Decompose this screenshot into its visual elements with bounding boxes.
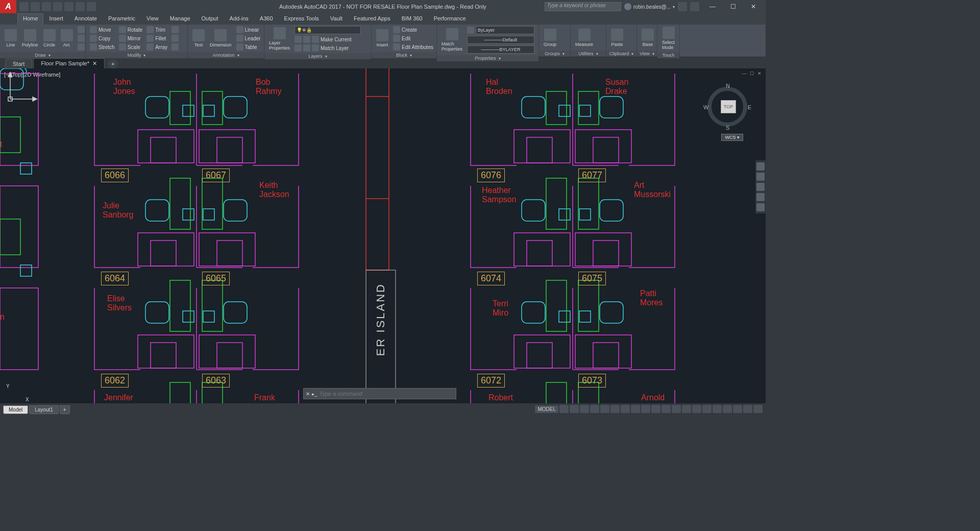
status-annoscale-icon[interactable]	[662, 405, 671, 413]
pan-icon[interactable]	[756, 173, 765, 181]
tab-a360[interactable]: A360	[254, 13, 279, 25]
status-polar-icon[interactable]	[590, 405, 599, 413]
command-line[interactable]: ✕ ▸_	[303, 388, 456, 399]
scale-button[interactable]: Scale	[118, 43, 143, 51]
status-transparency-icon[interactable]	[641, 405, 650, 413]
app-icon[interactable]: A	[0, 0, 16, 13]
tab-bim360[interactable]: BIM 360	[396, 13, 428, 25]
panel-block[interactable]: Block	[372, 52, 436, 58]
cmd-recent-icon[interactable]: ▸_	[312, 391, 317, 397]
layout-add[interactable]: +	[60, 405, 70, 414]
measure-button[interactable]: Measure	[574, 28, 595, 48]
tab-performance[interactable]: Performance	[428, 13, 472, 25]
panel-view[interactable]: View	[637, 51, 657, 57]
viewcube-south[interactable]: S	[726, 125, 729, 131]
help-search-input[interactable]: Type a keyword or phrase	[545, 2, 621, 11]
modify-extra3-icon[interactable]	[172, 43, 179, 51]
polyline-button[interactable]: Polyline	[20, 28, 40, 49]
status-grid-icon[interactable]	[559, 405, 569, 413]
cut-icon[interactable]	[627, 30, 634, 37]
panel-utilities[interactable]: Utilities	[571, 51, 606, 57]
user-account[interactable]: robin.beales@...▾	[624, 3, 675, 10]
util-icon1[interactable]	[597, 30, 604, 37]
drawing-canvas[interactable]: [−][Top][2D Wireframe] — ☐ ✕	[0, 68, 766, 403]
status-model[interactable]: MODEL	[535, 405, 558, 413]
wcs-label[interactable]: WCS ▾	[721, 134, 743, 141]
edit-block-button[interactable]: Edit	[392, 34, 434, 42]
qat-saveas-icon[interactable]	[53, 2, 62, 11]
fillet-button[interactable]: Fillet	[145, 34, 168, 42]
match-properties-button[interactable]: Match Properties	[440, 27, 464, 53]
cmd-close-icon[interactable]: ✕	[306, 391, 310, 397]
viewcube-north[interactable]: N	[726, 83, 730, 89]
make-current-button[interactable]: Make Current	[293, 35, 362, 43]
tab-manage[interactable]: Manage	[164, 13, 196, 25]
ungroup-icon[interactable]	[560, 27, 567, 34]
status-qprops-icon[interactable]	[702, 405, 712, 413]
panel-layers[interactable]: Layers	[264, 53, 371, 59]
qat-save-icon[interactable]	[42, 2, 51, 11]
status-snap-icon[interactable]	[570, 405, 579, 413]
panel-draw[interactable]: Draw	[0, 52, 85, 58]
group-button[interactable]: Group	[542, 28, 558, 48]
tab-insert[interactable]: Insert	[43, 13, 69, 25]
lineweight-dropdown[interactable]: ———— Default	[467, 36, 534, 44]
status-osnap-icon[interactable]	[600, 405, 609, 413]
tab-addins[interactable]: Add-ins	[224, 13, 254, 25]
util-icon2[interactable]	[597, 38, 604, 45]
panel-groups[interactable]: Groups	[539, 51, 570, 57]
qat-new-icon[interactable]	[19, 2, 29, 11]
move-button[interactable]: Move	[89, 26, 116, 34]
steering-wheel-icon[interactable]	[756, 162, 765, 171]
line-button[interactable]: Line	[3, 28, 18, 49]
tab-annotate[interactable]: Annotate	[69, 13, 103, 25]
mirror-button[interactable]: Mirror	[118, 34, 143, 42]
panel-modify[interactable]: Modify	[86, 52, 187, 58]
tab-view[interactable]: View	[141, 13, 164, 25]
linear-button[interactable]: Linear	[235, 26, 262, 34]
viewcube-top[interactable]: TOP	[721, 100, 736, 113]
minimize-button[interactable]: —	[702, 1, 723, 12]
table-button[interactable]: Table	[235, 43, 262, 51]
status-ortho-icon[interactable]	[580, 405, 589, 413]
tab-start[interactable]: Start	[5, 59, 32, 68]
maximize-button[interactable]: ☐	[723, 1, 743, 12]
leader-button[interactable]: Leader	[235, 34, 262, 42]
view-cube[interactable]: TOP N S E W	[704, 84, 750, 130]
linetype-dropdown[interactable]: ———— BYLAYER	[467, 45, 534, 54]
color-dropdown[interactable]: ByLayer	[476, 26, 534, 34]
draw-extra2-icon[interactable]	[78, 35, 85, 42]
text-button[interactable]: Text	[191, 28, 206, 49]
tab-featured[interactable]: Featured Apps	[348, 13, 396, 25]
rotate-button[interactable]: Rotate	[118, 26, 143, 34]
status-lock-icon[interactable]	[713, 405, 722, 413]
tab-floorplan[interactable]: Floor Plan Sample* ✕	[33, 58, 105, 68]
array-button[interactable]: Array	[145, 43, 168, 51]
status-units-icon[interactable]	[692, 405, 701, 413]
tab-parametric[interactable]: Parametric	[103, 13, 141, 25]
circle-button[interactable]: Circle	[42, 28, 57, 49]
match-layer-button[interactable]: Match Layer	[293, 44, 362, 52]
qat-plot-icon[interactable]	[64, 2, 74, 11]
tab-vault[interactable]: Vault	[325, 13, 348, 25]
status-lweight-icon[interactable]	[631, 405, 640, 413]
edit-attributes-button[interactable]: Edit Attributes	[392, 43, 434, 51]
paste-button[interactable]: Paste	[609, 28, 625, 48]
zoom-icon[interactable]	[756, 183, 765, 191]
status-workspace-icon[interactable]	[672, 405, 681, 413]
status-3dosnap-icon[interactable]	[610, 405, 620, 413]
copy-clip-icon[interactable]	[627, 38, 634, 45]
insert-button[interactable]: Insert	[375, 28, 390, 49]
layer-properties-button[interactable]: Layer Properties	[267, 26, 291, 52]
base-button[interactable]: Base	[640, 28, 655, 48]
group-bbox-icon[interactable]	[560, 42, 567, 49]
trim-button[interactable]: Trim	[145, 26, 168, 34]
select-mode-button[interactable]: Select Mode	[660, 26, 676, 51]
stretch-button[interactable]: Stretch	[89, 43, 116, 51]
status-isolate-icon[interactable]	[723, 405, 732, 413]
draw-extra1-icon[interactable]	[78, 26, 85, 33]
tab-home[interactable]: Home	[17, 13, 43, 25]
orbit-icon[interactable]	[756, 193, 765, 201]
viewcube-east[interactable]: E	[748, 104, 751, 110]
draw-extra3-icon[interactable]	[78, 43, 85, 51]
